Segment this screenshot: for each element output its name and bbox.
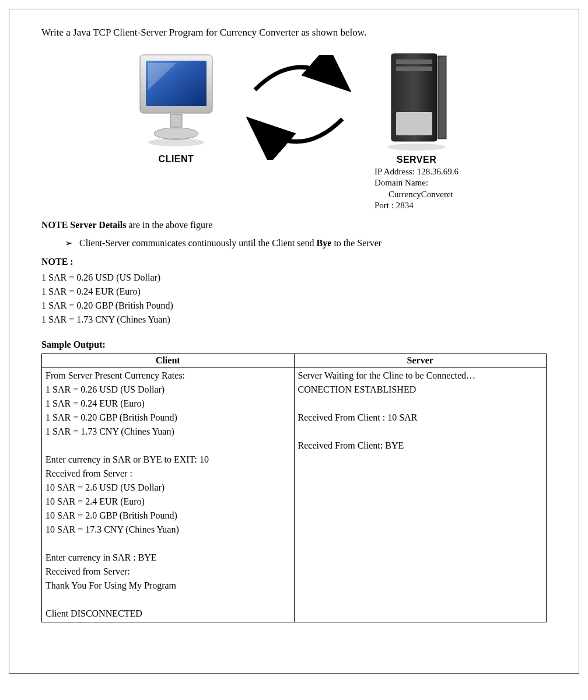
client-server-diagram: CLIENT xyxy=(41,49,547,212)
server-label: SERVER xyxy=(374,154,459,166)
server-domain-label: Domain Name: xyxy=(374,177,459,189)
svg-rect-9 xyxy=(396,66,432,71)
server-cell: Server Waiting for the Cline to be Conne… xyxy=(294,367,547,622)
sample-output-table: Client Server From Server Present Curren… xyxy=(41,354,547,622)
svg-rect-10 xyxy=(396,112,432,135)
svg-rect-7 xyxy=(438,56,446,139)
arrows-column xyxy=(240,49,357,160)
server-domain-value: CurrencyConveret xyxy=(374,189,459,201)
note-server-details: NOTE Server Details are in the above fig… xyxy=(41,220,547,230)
sample-output-heading: Sample Output: xyxy=(41,340,547,350)
client-column: CLIENT xyxy=(130,49,223,164)
server-column: SERVER IP Address: 128.36.69.6 Domain Na… xyxy=(374,49,459,212)
client-label: CLIENT xyxy=(159,154,194,164)
arrows-icon xyxy=(240,55,357,160)
svg-point-11 xyxy=(387,144,446,150)
question-title: Write a Java TCP Client-Server Program f… xyxy=(41,27,547,38)
note-rates-block: NOTE : 1 SAR = 0.26 USD (US Dollar) 1 SA… xyxy=(41,257,547,327)
rates-list: 1 SAR = 0.26 USD (US Dollar) 1 SAR = 0.2… xyxy=(41,271,547,327)
bullet-line: ➢ Client-Server communicates continuousl… xyxy=(65,237,547,249)
svg-rect-8 xyxy=(396,60,432,64)
server-ip: IP Address: 128.36.69.6 xyxy=(374,166,459,178)
client-header: Client xyxy=(42,354,295,367)
client-cell: From Server Present Currency Rates: 1 SA… xyxy=(42,367,295,622)
rate-line: 1 SAR = 0.20 GBP (British Pound) xyxy=(41,299,547,313)
note-suffix: are in the above figure xyxy=(126,220,212,230)
note-prefix: NOTE Server Details xyxy=(41,220,126,230)
server-header: Server xyxy=(294,354,547,367)
rate-line: 1 SAR = 0.24 EUR (Euro) xyxy=(41,285,547,299)
rate-line: 1 SAR = 1.73 CNY (Chines Yuan) xyxy=(41,313,547,327)
bullet-arrow-icon: ➢ xyxy=(65,238,72,248)
monitor-icon xyxy=(130,49,223,154)
svg-rect-2 xyxy=(170,114,182,127)
document-page: Write a Java TCP Client-Server Program f… xyxy=(9,9,579,674)
bullet-text-prefix: Client-Server communicates continuously … xyxy=(79,238,317,248)
svg-point-3 xyxy=(154,128,198,139)
rate-line: 1 SAR = 0.26 USD (US Dollar) xyxy=(41,271,547,285)
server-port: Port : 2834 xyxy=(374,200,459,212)
server-details: SERVER IP Address: 128.36.69.6 Domain Na… xyxy=(374,154,459,212)
svg-point-4 xyxy=(148,138,204,146)
server-output-text: Server Waiting for the Cline to be Conne… xyxy=(298,369,543,453)
note-label: NOTE : xyxy=(41,257,547,267)
bullet-bold: Bye xyxy=(317,238,332,248)
bullet-text-suffix: to the Server xyxy=(331,238,382,248)
server-tower-icon xyxy=(379,49,454,154)
client-output-text: From Server Present Currency Rates: 1 SA… xyxy=(46,369,290,621)
